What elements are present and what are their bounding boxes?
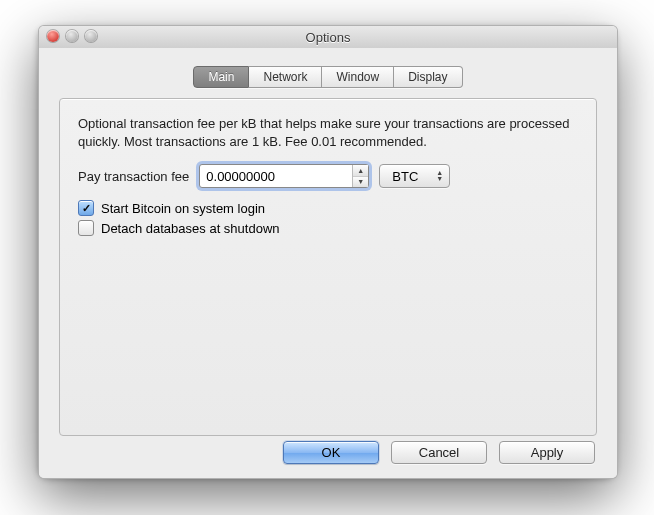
zoom-icon[interactable] bbox=[85, 30, 97, 42]
start-on-login-checkbox[interactable] bbox=[78, 200, 94, 216]
tab-display[interactable]: Display bbox=[394, 66, 462, 88]
main-panel: Optional transaction fee per kB that hel… bbox=[59, 98, 597, 436]
window-title: Options bbox=[306, 30, 351, 45]
minimize-icon[interactable] bbox=[66, 30, 78, 42]
updown-icon: ▲▼ bbox=[436, 170, 443, 182]
detach-db-label: Detach databases at shutdown bbox=[101, 221, 280, 236]
fee-label: Pay transaction fee bbox=[78, 169, 189, 184]
tab-network[interactable]: Network bbox=[249, 66, 322, 88]
fee-help-text: Optional transaction fee per kB that hel… bbox=[78, 115, 578, 150]
tab-window[interactable]: Window bbox=[322, 66, 394, 88]
apply-button[interactable]: Apply bbox=[499, 441, 595, 464]
fee-unit-select[interactable]: BTC ▲▼ bbox=[379, 164, 450, 188]
fee-input[interactable] bbox=[200, 165, 352, 187]
close-icon[interactable] bbox=[47, 30, 59, 42]
fee-unit-value: BTC bbox=[392, 169, 418, 184]
fee-step-down[interactable]: ▼ bbox=[353, 177, 368, 188]
titlebar: Options bbox=[39, 26, 617, 49]
tab-main[interactable]: Main bbox=[193, 66, 249, 88]
detach-db-checkbox[interactable] bbox=[78, 220, 94, 236]
cancel-button[interactable]: Cancel bbox=[391, 441, 487, 464]
fee-step-up[interactable]: ▲ bbox=[353, 165, 368, 177]
ok-button[interactable]: OK bbox=[283, 441, 379, 464]
tab-bar: Main Network Window Display bbox=[39, 66, 617, 88]
options-window: Options Main Network Window Display Opti… bbox=[38, 25, 618, 479]
fee-input-group: ▲ ▼ bbox=[199, 164, 369, 188]
start-on-login-label: Start Bitcoin on system login bbox=[101, 201, 265, 216]
